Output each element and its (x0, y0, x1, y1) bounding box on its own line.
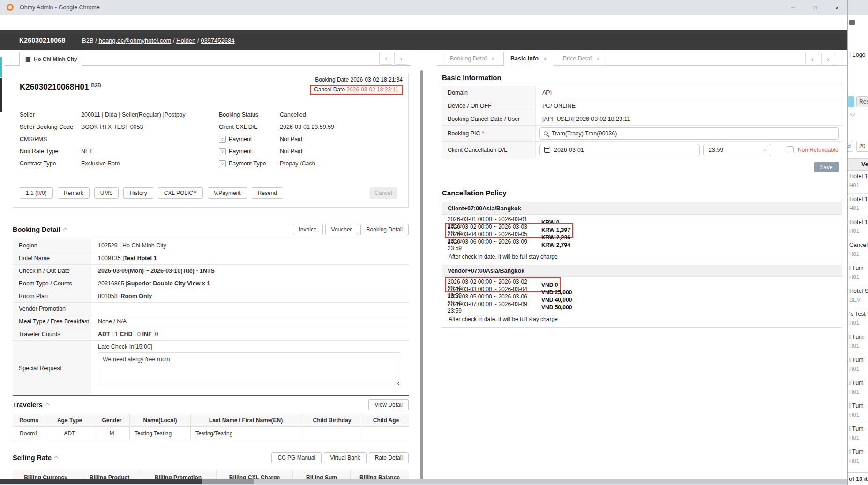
right-tab-bar: Booking Detail× Basic Info.× Price Detai… (443, 52, 606, 66)
booking-pic-value: Tram(Tracy) Tran(90036) (552, 130, 617, 137)
travelers-title[interactable]: Travelers (13, 401, 50, 409)
date-fragment-20[interactable]: 20 (856, 141, 868, 152)
blue-button-fragment[interactable] (848, 96, 854, 107)
bg-list-item[interactable]: l TumH01 (848, 262, 868, 285)
bg-list-item[interactable]: l TumH01 (848, 377, 868, 400)
tab-price-detail[interactable]: Price Detail× (556, 52, 606, 66)
cancellation-date-input[interactable]: 2026-03-01 (539, 144, 700, 156)
info-row: CMS/PMS cPaymentNot Paid (20, 133, 403, 145)
booking-summary-card: K26030210068H01B2B Booking Date 2026-03-… (13, 73, 409, 208)
close-tab-icon[interactable]: × (492, 56, 494, 61)
invoice-button[interactable]: Invoice (293, 224, 323, 235)
rate-detail-button[interactable]: Rate Detail (369, 452, 409, 463)
hotel-name-link[interactable]: Test Hotel 1 (124, 255, 157, 261)
right-prev-button[interactable]: ‹ (805, 52, 819, 65)
selling-rate-title[interactable]: Selling Rate (13, 454, 59, 462)
logout-fragment[interactable]: | Logo (849, 52, 866, 58)
cancellation-time-value: 23:59 (709, 147, 723, 153)
reset-button-fragment[interactable]: Res (856, 96, 868, 107)
extension-icon (849, 20, 855, 25)
bg-list-item[interactable]: l TumH01 (848, 446, 868, 469)
bg-list-item[interactable]: l TumH01 (848, 423, 868, 446)
bg-list-item[interactable]: 's Test HH01 (848, 308, 868, 331)
booking-detail-section-header: Booking Detail Invoice Voucher Booking D… (13, 223, 409, 236)
header-channel: B2B / (82, 37, 98, 44)
cancel-date-highlight: Cancel Date 2026-03-02 18:23:11 (310, 85, 403, 95)
bg-list-item[interactable]: Hotel ShDEV (848, 285, 868, 308)
info-row: Seller Booking CodeBOOK-RTX-TEST-0053 Cl… (20, 121, 403, 133)
left-next-button[interactable]: › (394, 52, 408, 65)
table-row: Vendor Promotion (13, 303, 409, 315)
vendor-policy-note: After check in date, it will be full sta… (442, 313, 842, 327)
bg-list-item[interactable]: l TumH01 (848, 331, 868, 354)
remark-button[interactable]: Remark (58, 187, 90, 199)
chevron-right-icon: › (827, 55, 830, 63)
right-next-button[interactable]: › (821, 52, 835, 65)
bg-list-item[interactable]: l TumH01 (848, 354, 868, 377)
window-title: Ohmy Admin - Google Chrome (20, 4, 100, 11)
close-tab-icon[interactable]: × (597, 56, 599, 61)
view-detail-button[interactable]: View Detail (368, 399, 409, 410)
voucher-button[interactable]: Voucher (325, 224, 358, 235)
close-button[interactable]: × (828, 1, 846, 14)
policy-row: 2026-03-06 00:00 ~ 2026-03-09 23:59KRW 2… (448, 241, 842, 249)
cancel-date-value: 2026-03-02 18:23:11 (346, 86, 398, 93)
maximize-button[interactable]: □ (806, 1, 824, 14)
table-row: Hotel Name1009135 | Test Hotel 1 (13, 252, 409, 265)
tab-booking-detail[interactable]: Booking Detail× (443, 52, 501, 66)
horizontal-scrollbar-thumb[interactable] (0, 479, 202, 484)
tab-ho-chi-minh-city[interactable]: ▦ Ho Chi Minh City (19, 52, 82, 66)
cxl-policy-button[interactable]: CXL POLICY (158, 187, 203, 199)
booking-detail-title[interactable]: Booking Detail (13, 226, 67, 233)
travelers-section-header: Travelers View Detail (13, 398, 409, 411)
special-request-textarea[interactable]: We need alergy free room (98, 352, 400, 386)
cancellation-time-input[interactable]: 23:59 × (703, 144, 771, 156)
info-row: Contract TypeExclusive Rate vPayment Typ… (20, 157, 403, 170)
window-right-edge (847, 0, 848, 485)
v-payment-button[interactable]: V.Payment (208, 187, 247, 199)
header-name-link[interactable]: Holden (176, 37, 195, 44)
special-request-note: Late Check In[15:00] (98, 343, 152, 350)
table-row: DomainAPI (442, 86, 842, 99)
bg-list-item[interactable]: Hotel 1H01 (848, 171, 868, 194)
chevron-up-icon (45, 403, 50, 408)
bg-list-item[interactable]: Hotel 1H01 (848, 194, 868, 216)
header-email-link[interactable]: hoang.dc@ohmyhotel.com (98, 37, 171, 44)
ums-button[interactable]: UMS (94, 187, 119, 199)
chevron-down-icon[interactable] (850, 111, 855, 116)
client-policy-note: After check in date, it will be full sta… (442, 251, 842, 265)
save-button[interactable]: Save (814, 162, 839, 172)
b2b-badge: B2B (91, 82, 101, 88)
booking-detail-button[interactable]: Booking Detail (360, 224, 409, 235)
booking-pic-input[interactable]: Tram(Tracy) Tran(90036) (539, 127, 839, 140)
bg-list-item[interactable]: l TumH01 (848, 400, 868, 423)
history-button[interactable]: History (123, 187, 153, 199)
resend-button[interactable]: Resend (252, 187, 283, 199)
cc-pg-manual-button[interactable]: CC PG Manual (271, 452, 322, 463)
chevron-left-icon: ‹ (385, 54, 388, 62)
clear-icon[interactable]: × (763, 147, 767, 153)
header-phone-link[interactable]: 0397452684 (201, 37, 234, 44)
tab-basic-info[interactable]: Basic Info.× (503, 52, 554, 66)
ratio-button[interactable]: 1:1 (0/0) (20, 187, 53, 199)
horizontal-scrollbar-shade (202, 479, 254, 484)
button-fragment-d[interactable]: d (848, 141, 853, 152)
vertical-scrollbar[interactable] (420, 70, 423, 483)
calendar-icon (544, 147, 550, 153)
non-refundable-checkbox[interactable] (787, 146, 794, 153)
info-row: Noti Rate TypeNET vPaymentNot Paid (20, 145, 403, 157)
ohmy-logo-icon (7, 4, 14, 11)
bg-table-header-fragment: Ve (848, 158, 868, 171)
cancel-booking-button[interactable]: Cancel (370, 187, 397, 199)
info-row: Seller200011 | Dida | Seller(Regular) |P… (20, 109, 403, 121)
close-tab-icon[interactable]: × (544, 56, 546, 61)
left-prev-button[interactable]: ‹ (379, 52, 393, 65)
header-booking-number: K26030210068 (19, 37, 65, 44)
virtual-bank-button[interactable]: Virtual Bank (324, 452, 366, 463)
table-row: Check in / Out Date2026-03-09(Mon) ~ 202… (13, 265, 409, 277)
minimize-button[interactable]: ─ (784, 1, 802, 14)
bg-list-item[interactable]: Hotel 1H01 (848, 216, 868, 239)
bg-list-item[interactable]: CancellatH01 (848, 239, 868, 262)
required-mark: * (482, 130, 484, 137)
url-bar[interactable]: dev-adm.ohmyhotel.com/reservation/hotel/… (0, 15, 847, 30)
